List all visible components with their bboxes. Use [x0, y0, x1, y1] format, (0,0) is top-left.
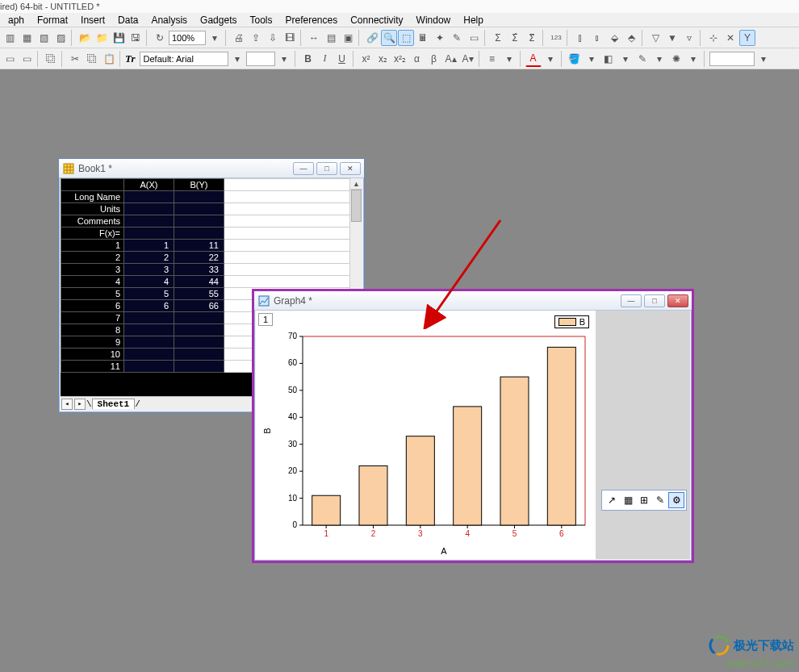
- cell[interactable]: [124, 336, 174, 349]
- menu-data[interactable]: Data: [111, 15, 144, 26]
- filter2-icon[interactable]: ▼: [664, 30, 680, 46]
- graph-titlebar[interactable]: Graph4 * — □ ✕: [254, 291, 692, 311]
- new-workbook-icon[interactable]: ▦: [19, 30, 35, 46]
- fill-color-icon[interactable]: 🪣: [567, 51, 583, 67]
- cell[interactable]: [124, 349, 174, 361]
- row-number[interactable]: 11: [61, 361, 124, 373]
- cell[interactable]: 5: [124, 288, 174, 300]
- rescale-icon[interactable]: ↔: [306, 30, 322, 46]
- subscript-icon[interactable]: x₂: [375, 51, 391, 67]
- row-number[interactable]: 6: [61, 300, 124, 312]
- clone-icon[interactable]: ⿻: [43, 51, 59, 67]
- new-project-icon[interactable]: ▥: [2, 30, 18, 46]
- refresh-icon[interactable]: ↻: [152, 30, 168, 46]
- sheet-nav-prev-icon[interactable]: ◂: [61, 399, 73, 410]
- paste-format-icon[interactable]: ▭: [19, 51, 35, 67]
- calculator-icon[interactable]: 🖩: [415, 30, 431, 46]
- row-number[interactable]: 4: [61, 276, 124, 288]
- export-icon[interactable]: ⇪: [248, 30, 264, 46]
- cell[interactable]: 44: [174, 276, 224, 288]
- font-color-dd-icon[interactable]: ▾: [542, 51, 558, 67]
- italic-button[interactable]: I: [317, 51, 333, 67]
- sigma-icon[interactable]: Σ: [490, 30, 506, 46]
- y-filter-icon[interactable]: Y: [739, 30, 755, 46]
- row-number[interactable]: 1: [61, 240, 124, 252]
- col-plot1-icon[interactable]: ⫿: [572, 30, 588, 46]
- mini-settings-icon[interactable]: ⚙: [668, 492, 684, 508]
- graph-plot-area[interactable]: 1 B 010203040506070123456AB: [256, 311, 596, 559]
- filter3-icon[interactable]: ▿: [681, 30, 697, 46]
- sheet-tab[interactable]: Sheet1: [92, 399, 136, 409]
- cell[interactable]: 11: [174, 240, 224, 252]
- marker-icon[interactable]: ⊹: [705, 30, 722, 46]
- col-plot3-icon[interactable]: ⬙: [606, 30, 622, 46]
- cell[interactable]: 1: [124, 240, 174, 252]
- col-header-b[interactable]: B(Y): [174, 179, 224, 191]
- increase-font-icon[interactable]: A▴: [443, 51, 459, 67]
- col-plot2-icon[interactable]: ⫾: [589, 30, 605, 46]
- xy-icon[interactable]: ✦: [432, 30, 448, 46]
- decrease-font-icon[interactable]: A▾: [460, 51, 476, 67]
- bg-dd-icon[interactable]: ▾: [617, 51, 634, 67]
- sigma2-icon[interactable]: Σ̂: [507, 30, 523, 46]
- open-template-icon[interactable]: 📁: [94, 30, 110, 46]
- graph-close-button[interactable]: ✕: [667, 294, 688, 307]
- bg-color-icon[interactable]: ◧: [600, 51, 617, 67]
- menu-gadgets[interactable]: Gadgets: [194, 15, 243, 26]
- sigma3-icon[interactable]: Σ̃: [524, 30, 540, 46]
- graph-maximize-button[interactable]: □: [644, 294, 665, 307]
- cell[interactable]: 6: [124, 300, 174, 312]
- light-dd-icon[interactable]: ▾: [685, 51, 701, 67]
- cell[interactable]: 66: [174, 300, 224, 312]
- fill-dd-icon[interactable]: ▾: [584, 51, 600, 67]
- new-graph-icon[interactable]: ▧: [36, 30, 52, 46]
- row-number[interactable]: 5: [61, 288, 124, 300]
- menu-analysis[interactable]: Analysis: [144, 15, 194, 26]
- cell[interactable]: 33: [174, 264, 224, 276]
- add-layer-icon[interactable]: ▣: [340, 30, 356, 46]
- menu-window[interactable]: Window: [410, 15, 458, 26]
- mini-rescale-icon[interactable]: ↗: [604, 492, 620, 508]
- zoom-combo[interactable]: 100%: [169, 31, 206, 45]
- screen-reader-icon[interactable]: ⬚: [398, 30, 414, 46]
- new-matrix-icon[interactable]: ▨: [52, 30, 69, 46]
- workbook-minimize-button[interactable]: —: [293, 162, 314, 175]
- graph-window[interactable]: Graph4 * — □ ✕ ↗ ▦ ⊞ ✎ ⚙: [252, 289, 694, 563]
- graph-minimize-button[interactable]: —: [621, 294, 642, 307]
- cell[interactable]: [174, 312, 224, 324]
- cell[interactable]: 2: [124, 252, 174, 264]
- menu-preferences[interactable]: Preferences: [279, 15, 345, 26]
- copy-icon[interactable]: ⿻: [84, 51, 100, 67]
- row-number[interactable]: 7: [61, 312, 124, 324]
- cell[interactable]: 3: [124, 264, 174, 276]
- cell[interactable]: 55: [174, 288, 224, 300]
- style-combo[interactable]: [709, 52, 755, 66]
- cell[interactable]: [174, 336, 224, 349]
- menu-tools[interactable]: Tools: [243, 15, 278, 26]
- cell[interactable]: [124, 361, 174, 373]
- line-color-icon[interactable]: ✎: [634, 51, 650, 67]
- cell[interactable]: 4: [124, 276, 174, 288]
- layer-icon[interactable]: ▤: [323, 30, 339, 46]
- row-number[interactable]: 3: [61, 264, 124, 276]
- workbook-maximize-button[interactable]: □: [316, 162, 337, 175]
- link-icon[interactable]: 🔗: [364, 30, 380, 46]
- workbook-titlebar[interactable]: Book1 * — □ ✕: [59, 159, 364, 178]
- line-style-icon[interactable]: ≡: [484, 51, 500, 67]
- corner-cell[interactable]: [61, 179, 124, 191]
- underline-button[interactable]: U: [334, 51, 350, 67]
- menu-insert[interactable]: Insert: [74, 15, 111, 26]
- scroll-up-icon[interactable]: ▲: [350, 178, 362, 190]
- menu-graph[interactable]: aph: [2, 15, 31, 26]
- supersub-icon[interactable]: x²₂: [392, 51, 408, 67]
- font-size-combo[interactable]: [246, 52, 275, 66]
- row-header[interactable]: F(x)=: [61, 227, 124, 240]
- row-header[interactable]: Long Name: [61, 191, 124, 203]
- col-header-a[interactable]: A(X): [124, 179, 174, 191]
- row-header[interactable]: Comments: [61, 215, 124, 227]
- mini-speed-icon[interactable]: ⊞: [636, 492, 652, 508]
- row-header[interactable]: Units: [61, 203, 124, 215]
- col-plot4-icon[interactable]: ⬘: [623, 30, 639, 46]
- line-color-dd-icon[interactable]: ▾: [651, 51, 667, 67]
- row-number[interactable]: 10: [61, 349, 124, 361]
